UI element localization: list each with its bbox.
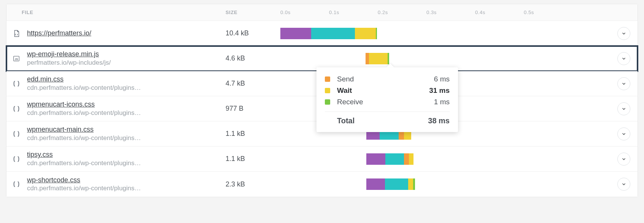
- header-file: FILE: [6, 10, 224, 15]
- tooltip-separator: [325, 112, 450, 112]
- timing-tooltip: Send 6 ms Wait 31 ms Receive 1 ms Total …: [316, 67, 458, 132]
- css-file-icon: [12, 180, 21, 189]
- request-host: perfmatters.io/wp-includes/js/: [27, 59, 111, 67]
- html-file-icon: [12, 29, 21, 38]
- tooltip-total-value: 38 ms: [428, 116, 450, 125]
- timing-bar[interactable]: [270, 26, 610, 41]
- tooltip-total-label: Total: [325, 116, 428, 125]
- css-file-icon: [12, 104, 21, 113]
- tick: 0.0s: [280, 10, 329, 15]
- request-url[interactable]: tipsy.css: [27, 150, 141, 159]
- header-size: SIZE: [224, 10, 270, 15]
- chevron-down-icon: [621, 56, 627, 61]
- request-size: 4.6 kB: [224, 54, 270, 62]
- timing-bar[interactable]: [270, 151, 610, 167]
- request-size: 1.1 kB: [224, 155, 270, 163]
- request-url[interactable]: wpmenucart-icons.css: [27, 100, 141, 109]
- tick: 0.3s: [426, 10, 475, 15]
- request-host: cdn.perfmatters.io/wp-content/plugins…: [27, 134, 141, 142]
- chevron-down-icon: [621, 106, 627, 112]
- request-url[interactable]: wpmenucart-main.css: [27, 125, 141, 134]
- request-size: 10.4 kB: [224, 29, 270, 37]
- request-size: 977 B: [224, 105, 270, 113]
- request-host: cdn.perfmatters.io/wp-content/plugins…: [27, 184, 141, 193]
- request-row[interactable]: tipsy.css cdn.perfmatters.io/wp-content/…: [6, 147, 638, 172]
- tooltip-label: Receive: [337, 98, 434, 106]
- swatch-receive: [325, 99, 330, 105]
- expand-button[interactable]: [617, 178, 630, 191]
- chevron-down-icon: [621, 31, 627, 36]
- request-url[interactable]: wp-shortcode.css: [27, 176, 141, 185]
- request-host: cdn.perfmatters.io/wp-content/plugins…: [27, 84, 141, 92]
- tooltip-value: 31 ms: [429, 86, 450, 95]
- swatch-wait: [325, 88, 330, 93]
- expand-button[interactable]: [617, 153, 630, 166]
- request-url[interactable]: edd.min.css: [27, 75, 141, 84]
- tick: 0.1s: [329, 10, 378, 15]
- request-url[interactable]: https://perfmatters.io/: [27, 29, 91, 38]
- tooltip-row: Wait 31 ms: [325, 85, 450, 96]
- tooltip-value: 6 ms: [434, 75, 450, 83]
- tooltip-label: Send: [337, 75, 434, 83]
- tooltip-row: Receive 1 ms: [325, 96, 450, 108]
- css-file-icon: [12, 129, 21, 139]
- chevron-down-icon: [621, 182, 627, 187]
- js-file-icon: JS: [12, 54, 21, 63]
- svg-text:JS: JS: [14, 57, 18, 61]
- request-row[interactable]: wp-shortcode.css cdn.perfmatters.io/wp-c…: [6, 172, 638, 197]
- request-url[interactable]: wp-emoji-release.min.js: [27, 50, 111, 59]
- css-file-icon: [12, 155, 21, 164]
- column-header: FILE SIZE 0.0s 0.1s 0.2s 0.3s 0.4s 0.5s: [6, 4, 638, 21]
- request-size: 4.7 kB: [224, 80, 270, 88]
- expand-button[interactable]: [617, 77, 630, 90]
- expand-button[interactable]: [617, 102, 630, 115]
- timing-bar[interactable]: [270, 51, 610, 66]
- request-host: cdn.perfmatters.io/wp-content/plugins…: [27, 159, 141, 167]
- expand-button[interactable]: [617, 27, 630, 40]
- swatch-send: [325, 76, 330, 82]
- timing-bar[interactable]: [270, 177, 610, 192]
- tooltip-total: Total 38 ms: [325, 115, 450, 125]
- chevron-down-icon: [621, 81, 627, 86]
- request-row[interactable]: https://perfmatters.io/ 10.4 kB: [6, 21, 638, 46]
- expand-button[interactable]: [617, 52, 630, 65]
- request-size: 1.1 kB: [224, 130, 270, 138]
- chevron-down-icon: [621, 131, 627, 137]
- expand-button[interactable]: [617, 127, 630, 140]
- tick: 0.4s: [475, 10, 524, 15]
- tooltip-label: Wait: [337, 86, 429, 95]
- waterfall-panel: FILE SIZE 0.0s 0.1s 0.2s 0.3s 0.4s 0.5s: [6, 4, 638, 197]
- tick: 0.2s: [378, 10, 426, 15]
- tick: 0.5s: [524, 10, 572, 15]
- tooltip-row: Send 6 ms: [325, 73, 450, 85]
- css-file-icon: [12, 79, 21, 88]
- request-size: 2.3 kB: [224, 180, 270, 188]
- chevron-down-icon: [621, 156, 627, 162]
- tooltip-value: 1 ms: [434, 98, 450, 106]
- request-host: cdn.perfmatters.io/wp-content/plugins…: [27, 109, 141, 117]
